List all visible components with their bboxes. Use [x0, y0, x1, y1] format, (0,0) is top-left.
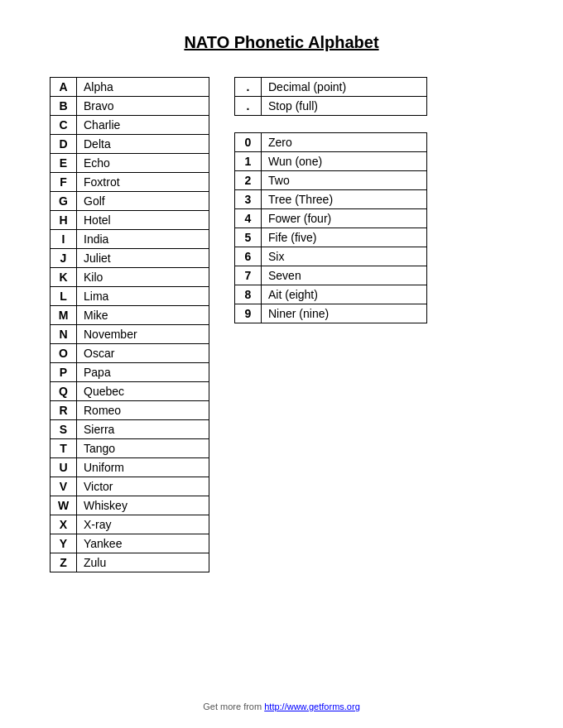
table-row: AAlpha — [51, 78, 209, 97]
word-cell: Uniform — [77, 458, 209, 477]
table-row: QQuebec — [51, 382, 209, 401]
meaning-cell: Stop (full) — [262, 97, 427, 116]
letter-cell: B — [51, 97, 77, 116]
number-word-cell: Niner (nine) — [262, 304, 427, 323]
number-word-cell: Fower (four) — [262, 209, 427, 228]
number-word-cell: Fife (five) — [262, 228, 427, 247]
word-cell: Yankee — [77, 534, 209, 553]
word-cell: Kilo — [77, 268, 209, 287]
table-row: ZZulu — [51, 553, 209, 572]
symbol-cell: . — [235, 78, 262, 97]
word-cell: Echo — [77, 154, 209, 173]
letter-cell: G — [51, 192, 77, 211]
letter-cell: K — [51, 268, 77, 287]
table-row: NNovember — [51, 325, 209, 344]
table-row: .Decimal (point) — [235, 78, 427, 97]
table-row: HHotel — [51, 211, 209, 230]
numbers-table: 0Zero1Wun (one)2Two3Tree (Three)4Fower (… — [234, 132, 427, 323]
table-row: WWhiskey — [51, 496, 209, 515]
table-row: GGolf — [51, 192, 209, 211]
letter-cell: I — [51, 230, 77, 249]
table-row: 8Ait (eight) — [235, 285, 427, 304]
alphabet-section: AAlphaBBravoCCharlieDDeltaEEchoFFoxtrotG… — [50, 77, 209, 572]
table-row: FFoxtrot — [51, 173, 209, 192]
word-cell: Romeo — [77, 401, 209, 420]
table-row: 5Fife (five) — [235, 228, 427, 247]
letter-cell: T — [51, 439, 77, 458]
letter-cell: C — [51, 116, 77, 135]
table-row: 3Tree (Three) — [235, 190, 427, 209]
word-cell: Oscar — [77, 344, 209, 363]
letter-cell: Z — [51, 553, 77, 572]
number-word-cell: Tree (Three) — [262, 190, 427, 209]
word-cell: Charlie — [77, 116, 209, 135]
table-row: IIndia — [51, 230, 209, 249]
letter-cell: N — [51, 325, 77, 344]
table-row: .Stop (full) — [235, 97, 427, 116]
table-row: 1Wun (one) — [235, 152, 427, 171]
word-cell: Alpha — [77, 78, 209, 97]
number-word-cell: Ait (eight) — [262, 285, 427, 304]
letter-cell: W — [51, 496, 77, 515]
footer: Get more from http://www.getforms.org — [0, 702, 563, 711]
word-cell: November — [77, 325, 209, 344]
word-cell: Tango — [77, 439, 209, 458]
letter-cell: X — [51, 515, 77, 534]
table-row: 9Niner (nine) — [235, 304, 427, 323]
table-row: 0Zero — [235, 133, 427, 152]
word-cell: Zulu — [77, 553, 209, 572]
table-row: 4Fower (four) — [235, 209, 427, 228]
page-title: NATO Phonetic Alphabet — [50, 33, 513, 52]
word-cell: Foxtrot — [77, 173, 209, 192]
symbol-cell: . — [235, 97, 262, 116]
word-cell: X-ray — [77, 515, 209, 534]
table-row: 2Two — [235, 171, 427, 190]
page: NATO Phonetic Alphabet AAlphaBBravoCChar… — [0, 0, 563, 728]
table-row: TTango — [51, 439, 209, 458]
table-row: RRomeo — [51, 401, 209, 420]
table-row: JJuliet — [51, 249, 209, 268]
letter-cell: U — [51, 458, 77, 477]
punctuation-table: .Decimal (point).Stop (full) — [234, 77, 427, 116]
letter-cell: R — [51, 401, 77, 420]
word-cell: India — [77, 230, 209, 249]
word-cell: Whiskey — [77, 496, 209, 515]
letter-cell: J — [51, 249, 77, 268]
word-cell: Victor — [77, 477, 209, 496]
footer-link[interactable]: http://www.getforms.org — [264, 702, 360, 711]
footer-text: Get more from — [203, 702, 264, 711]
digit-cell: 5 — [235, 228, 262, 247]
table-row: CCharlie — [51, 116, 209, 135]
letter-cell: S — [51, 420, 77, 439]
word-cell: Lima — [77, 287, 209, 306]
letter-cell: P — [51, 363, 77, 382]
table-row: UUniform — [51, 458, 209, 477]
table-row: EEcho — [51, 154, 209, 173]
digit-cell: 1 — [235, 152, 262, 171]
digit-cell: 7 — [235, 266, 262, 285]
meaning-cell: Decimal (point) — [262, 78, 427, 97]
table-row: 6Six — [235, 247, 427, 266]
table-row: BBravo — [51, 97, 209, 116]
table-row: SSierra — [51, 420, 209, 439]
table-row: KKilo — [51, 268, 209, 287]
number-word-cell: Seven — [262, 266, 427, 285]
number-word-cell: Two — [262, 171, 427, 190]
letter-cell: L — [51, 287, 77, 306]
letter-cell: M — [51, 306, 77, 325]
tables-container: AAlphaBBravoCCharlieDDeltaEEchoFFoxtrotG… — [50, 77, 513, 572]
number-word-cell: Six — [262, 247, 427, 266]
digit-cell: 3 — [235, 190, 262, 209]
letter-cell: Q — [51, 382, 77, 401]
table-row: YYankee — [51, 534, 209, 553]
word-cell: Juliet — [77, 249, 209, 268]
word-cell: Sierra — [77, 420, 209, 439]
letter-cell: Y — [51, 534, 77, 553]
letter-cell: A — [51, 78, 77, 97]
word-cell: Delta — [77, 135, 209, 154]
table-row: 7Seven — [235, 266, 427, 285]
digit-cell: 8 — [235, 285, 262, 304]
letter-cell: V — [51, 477, 77, 496]
number-word-cell: Zero — [262, 133, 427, 152]
right-section: .Decimal (point).Stop (full) 0Zero1Wun (… — [234, 77, 427, 323]
